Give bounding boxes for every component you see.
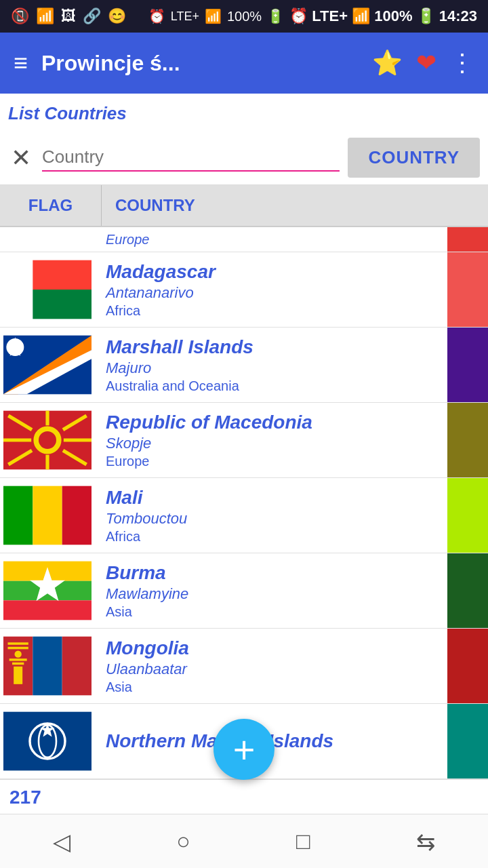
svg-point-10	[39, 431, 56, 449]
menu-icon[interactable]: ≡	[14, 49, 28, 77]
svg-rect-2	[33, 290, 92, 319]
battery-text: 100%	[227, 9, 262, 24]
svg-rect-0	[3, 260, 33, 319]
country-name: Republic of Macedonia	[106, 412, 436, 433]
nav-back-button[interactable]: ◁	[53, 828, 70, 855]
svg-rect-29	[8, 642, 28, 644]
country-capital: Antananarivo	[106, 284, 436, 302]
color-swatch	[447, 252, 488, 327]
color-swatch	[447, 403, 488, 477]
svg-rect-27	[33, 637, 62, 696]
color-swatch	[447, 553, 488, 628]
app-bar: ≡ Prowincje ś... ⭐ ❤ ⋮	[0, 33, 488, 94]
close-button[interactable]: ✕	[8, 141, 34, 175]
country-name: Mali	[106, 487, 436, 509]
country-continent: Africa	[106, 529, 436, 545]
time-text: ⏰ LTE+ 📶 100% 🔋 14:23	[289, 7, 477, 25]
svg-rect-33	[12, 663, 24, 665]
country-capital: Skopje	[106, 435, 436, 452]
country-info-macedonia: Republic of Macedonia Skopje Europe	[95, 403, 447, 477]
nav-home-button[interactable]: ○	[176, 828, 190, 854]
svg-point-31	[14, 650, 21, 657]
country-capital: Majuro	[106, 359, 436, 377]
flag-cell-nmi	[0, 704, 95, 778]
country-continent: Asia	[106, 604, 436, 620]
phone-icon: 📵	[11, 7, 29, 25]
flag-cell-mongolia	[0, 629, 95, 703]
heart-icon[interactable]: ❤	[416, 49, 436, 77]
app-title: Prowincje ś...	[41, 51, 359, 76]
svg-rect-21	[62, 486, 92, 545]
flag-cell-burma	[0, 553, 95, 628]
color-swatch	[447, 704, 488, 778]
country-name: Mongolia	[106, 637, 436, 659]
country-button[interactable]: COUNTRY	[348, 138, 480, 178]
country-info-marshall: Marshall Islands Majuro Australia and Oc…	[95, 328, 447, 402]
country-info-mongolia: Mongolia Ulaanbaatar Asia	[95, 629, 447, 703]
country-capital: Ulaanbaatar	[106, 660, 436, 678]
star-icon[interactable]: ⭐	[372, 49, 403, 77]
fab-add-button[interactable]: +	[214, 719, 274, 780]
country-info-madagascar: Madagascar Antananarivo Africa	[95, 252, 447, 327]
partial-row: Europe	[0, 227, 488, 252]
flag-cell-marshall	[0, 328, 95, 402]
svg-rect-20	[33, 486, 62, 545]
country-info-mali: Mali Tombouctou Africa	[95, 478, 447, 553]
face-icon: 😊	[108, 7, 126, 25]
partial-continent: Europe	[0, 228, 447, 252]
flag-cell-mali	[0, 478, 95, 553]
country-list: Europe Madagascar Antananarivo Africa	[0, 227, 488, 779]
list-countries-label: List Countries	[0, 94, 488, 131]
country-continent: Africa	[106, 303, 436, 319]
svg-rect-26	[3, 637, 33, 696]
country-continent: Europe	[106, 454, 436, 469]
country-capital: Mawlamyine	[106, 585, 436, 603]
table-row[interactable]: Burma Mawlamyine Asia	[0, 553, 488, 629]
country-info-burma: Burma Mawlamyine Asia	[95, 553, 447, 628]
status-left-icons: 📵 📶 🖼 🔗 😊	[11, 7, 126, 25]
alarm-icon: ⏰	[148, 8, 165, 24]
column-headers: FLAG COUNTRY	[0, 185, 488, 227]
color-swatch	[447, 629, 488, 703]
image-icon: 🖼	[61, 7, 76, 25]
search-area: ✕ COUNTRY	[0, 131, 488, 185]
svg-rect-28	[62, 637, 92, 696]
table-row[interactable]: Marshall Islands Majuro Australia and Oc…	[0, 328, 488, 403]
battery-icon: 🔋	[267, 8, 284, 24]
nav-bar: ◁ ○ □ ⇆	[0, 814, 488, 868]
color-swatch	[447, 478, 488, 553]
wifi-icon: 📶	[36, 7, 54, 25]
table-row[interactable]: Mali Tombouctou Africa	[0, 478, 488, 553]
count-footer: 217	[0, 779, 488, 815]
search-input[interactable]	[42, 144, 340, 172]
svg-rect-1	[33, 260, 92, 290]
svg-rect-35	[3, 712, 92, 771]
svg-rect-19	[3, 486, 33, 545]
table-row[interactable]: Madagascar Antananarivo Africa	[0, 252, 488, 328]
svg-rect-32	[9, 658, 27, 660]
country-column-header: COUNTRY	[102, 185, 488, 226]
country-name: Marshall Islands	[106, 336, 436, 358]
color-swatch	[447, 328, 488, 402]
svg-rect-30	[8, 647, 28, 649]
status-bar: 📵 📶 🖼 🔗 😊 ⏰ LTE+ 📶 100% 🔋 ⏰ LTE+ 📶 100% …	[0, 0, 488, 33]
svg-rect-34	[14, 667, 22, 684]
flag-cell-madagascar	[0, 252, 95, 327]
lte-text: LTE+	[171, 9, 199, 24]
country-continent: Australia and Oceania	[106, 378, 436, 394]
table-row[interactable]: Republic of Macedonia Skopje Europe	[0, 403, 488, 478]
country-continent: Asia	[106, 679, 436, 695]
nav-share-button[interactable]: ⇆	[416, 828, 435, 855]
signal-icon: 📶	[205, 8, 222, 24]
svg-rect-24	[3, 600, 92, 620]
more-icon[interactable]: ⋮	[450, 49, 474, 77]
nav-recent-button[interactable]: □	[296, 828, 310, 854]
country-capital: Tombouctou	[106, 510, 436, 528]
country-name: Madagascar	[106, 261, 436, 283]
country-name: Burma	[106, 562, 436, 584]
table-row[interactable]: Mongolia Ulaanbaatar Asia	[0, 629, 488, 704]
cast-icon: 🔗	[83, 7, 101, 25]
partial-swatch	[447, 227, 488, 252]
status-right-icons: ⏰ LTE+ 📶 100% 🔋 ⏰ LTE+ 📶 100% 🔋 14:23	[148, 7, 477, 25]
flag-column-header: FLAG	[0, 185, 102, 226]
